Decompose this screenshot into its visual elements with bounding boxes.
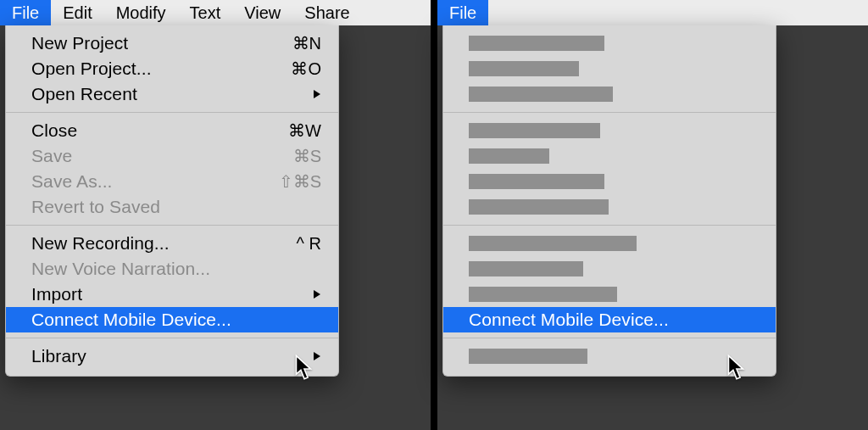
- placeholder-bar: [469, 349, 587, 364]
- menubar-item-edit[interactable]: Edit: [51, 0, 103, 25]
- placeholder-bar: [469, 236, 637, 251]
- menu-separator: [443, 112, 776, 113]
- submenu-arrow-icon: [313, 89, 321, 99]
- menubar-item-label: File: [12, 3, 39, 23]
- menu-item-import[interactable]: Import: [6, 282, 338, 307]
- menu-item-placeholder[interactable]: [443, 31, 776, 56]
- submenu-arrow-icon: [313, 351, 321, 361]
- menu-item-label: Save: [31, 146, 267, 166]
- menubar-item-label: Edit: [63, 3, 92, 23]
- placeholder-bar: [469, 287, 617, 302]
- menu-item-placeholder[interactable]: [443, 56, 776, 81]
- menubar-item-view[interactable]: View: [232, 0, 292, 25]
- menu-item-shortcut: ⌘O: [274, 59, 321, 79]
- menu-item-open-project[interactable]: Open Project...⌘O: [6, 56, 338, 81]
- menubar-item-share[interactable]: Share: [292, 0, 361, 25]
- menu-item-revert-to-saved: Revert to Saved: [6, 194, 338, 220]
- menu-item-placeholder[interactable]: [443, 256, 776, 282]
- menu-item-new-project[interactable]: New Project⌘N: [6, 31, 338, 56]
- placeholder-bar: [469, 199, 609, 215]
- menu-item-label: Open Recent: [31, 84, 306, 104]
- menu-item-new-recording[interactable]: New Recording...^ R: [6, 231, 338, 256]
- menu-item-label: Open Project...: [31, 59, 267, 79]
- menubar-item-label: File: [449, 3, 476, 23]
- placeholder-bar: [469, 148, 549, 164]
- placeholder-bar: [469, 36, 604, 51]
- menu-separator: [443, 225, 776, 226]
- menu-item-label: Connect Mobile Device...: [469, 310, 759, 330]
- menu-separator: [6, 225, 338, 226]
- menu-item-label: Import: [31, 284, 306, 304]
- menu-item-shortcut: ⌘N: [274, 33, 321, 53]
- menubar-item-label: Share: [304, 3, 349, 23]
- menubar-item-text[interactable]: Text: [178, 0, 233, 25]
- menu-item-placeholder[interactable]: [443, 194, 776, 220]
- menu-item-save: Save⌘S: [6, 143, 338, 169]
- menu-item-label: New Project: [31, 33, 267, 53]
- menubar-item-label: Text: [190, 3, 221, 23]
- menu-item-label: Save As...: [31, 171, 267, 192]
- menu-item-label: New Recording...: [31, 233, 267, 254]
- menubar-item-file[interactable]: File: [437, 0, 488, 25]
- placeholder-bar: [469, 174, 604, 189]
- menu-item-placeholder[interactable]: [443, 143, 776, 169]
- menu-item-label: Library: [31, 346, 306, 366]
- menubar: File Edit Modify Text View Share: [0, 0, 431, 25]
- menu-item-placeholder[interactable]: [443, 343, 776, 369]
- menubar-item-label: Modify: [116, 3, 166, 23]
- menu-separator: [443, 338, 776, 338]
- menu-item-shortcut: ⌘S: [274, 146, 321, 166]
- menu-item-shortcut: ^ R: [274, 234, 321, 254]
- menu-item-library[interactable]: Library: [6, 343, 338, 369]
- menu-separator: [6, 112, 338, 113]
- submenu-arrow-icon: [313, 289, 321, 299]
- menu-item-label: Close: [31, 120, 267, 141]
- placeholder-bar: [469, 87, 613, 102]
- menu-item-placeholder[interactable]: [443, 118, 776, 143]
- placeholder-bar: [469, 261, 583, 276]
- menu-item-open-recent[interactable]: Open Recent: [6, 81, 338, 107]
- placeholder-bar: [469, 61, 579, 76]
- menu-item-placeholder[interactable]: [443, 81, 776, 107]
- menubar-item-modify[interactable]: Modify: [104, 0, 178, 25]
- file-menu-dropdown: New Project⌘NOpen Project...⌘OOpen Recen…: [5, 25, 339, 377]
- menu-item-label: Revert to Saved: [31, 197, 321, 217]
- menu-separator: [6, 338, 338, 338]
- file-menu-dropdown-redacted: Connect Mobile Device...: [442, 25, 776, 377]
- menu-item-shortcut: ⌘W: [274, 120, 321, 141]
- menu-item-new-voice-narration: New Voice Narration...: [6, 256, 338, 282]
- menu-item-connect-mobile-device[interactable]: Connect Mobile Device...: [443, 307, 776, 332]
- menu-item-shortcut: ⇧⌘S: [274, 171, 321, 192]
- menubar-item-file[interactable]: File: [0, 0, 51, 25]
- menu-item-connect-mobile-device[interactable]: Connect Mobile Device...: [6, 307, 338, 332]
- menubar: File: [437, 0, 868, 25]
- placeholder-bar: [469, 123, 600, 138]
- menubar-item-label: View: [244, 3, 281, 23]
- menu-item-placeholder[interactable]: [443, 282, 776, 307]
- menu-item-close[interactable]: Close⌘W: [6, 118, 338, 143]
- menu-item-label: Connect Mobile Device...: [31, 310, 321, 330]
- menu-item-label: New Voice Narration...: [31, 259, 321, 279]
- menu-item-save-as: Save As...⇧⌘S: [6, 169, 338, 194]
- menu-item-placeholder[interactable]: [443, 231, 776, 256]
- menu-item-placeholder[interactable]: [443, 169, 776, 194]
